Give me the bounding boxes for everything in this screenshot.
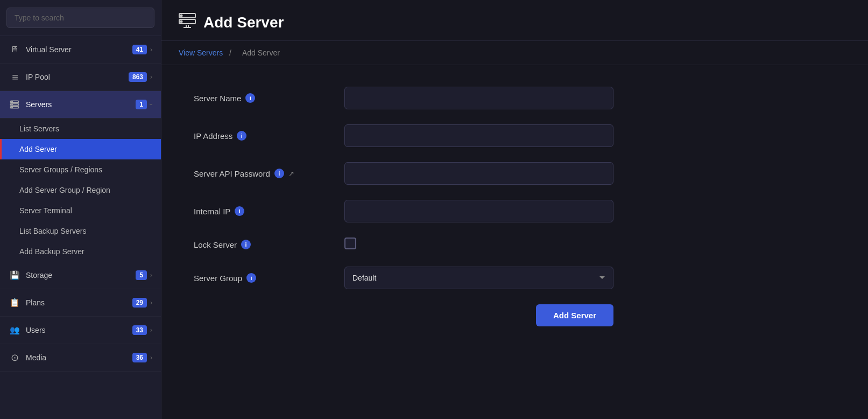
add-server-button[interactable]: Add Server xyxy=(536,304,613,326)
sidebar-subitem-list-servers[interactable]: List Servers xyxy=(0,118,161,139)
main-content: Add Server View Servers / Add Server Ser… xyxy=(161,0,868,419)
sidebar-subitem-server-terminal[interactable]: Server Terminal xyxy=(0,200,161,221)
checkbox-lock-server[interactable] xyxy=(344,238,356,249)
search-input[interactable] xyxy=(6,8,154,28)
form-row-server-name: Server Name i xyxy=(194,87,667,109)
sidebar-item-plans[interactable]: Plans 29 › xyxy=(0,289,161,317)
label-internal-ip: Internal IP i xyxy=(194,206,344,216)
virtual-server-label: Virtual Server xyxy=(26,45,132,54)
users-icon xyxy=(9,324,20,336)
ip-pool-label: IP Pool xyxy=(26,73,129,81)
sidebar-item-storage[interactable]: Storage 5 › xyxy=(0,262,161,289)
sidebar-item-virtual-server[interactable]: Virtual Server 41 › xyxy=(0,36,161,64)
form-row-server-group: Server Group i Default xyxy=(194,267,667,289)
media-icon xyxy=(9,352,20,364)
media-badge: 36 xyxy=(132,353,147,362)
virtual-server-icon xyxy=(9,44,20,55)
label-server-name: Server Name i xyxy=(194,93,344,103)
input-server-api-password[interactable] xyxy=(344,162,613,185)
input-ip-address[interactable] xyxy=(344,124,613,147)
media-chevron: › xyxy=(150,354,152,361)
servers-badge: 1 xyxy=(136,100,147,109)
svg-point-5 xyxy=(12,107,13,108)
label-lock-server: Lock Server i xyxy=(194,240,344,249)
svg-point-4 xyxy=(12,104,13,105)
storage-label: Storage xyxy=(26,271,136,280)
add-server-form: Server Name i IP Address i Server API Pa… xyxy=(161,65,700,348)
page-header: Add Server xyxy=(161,0,868,41)
field-server-api-password xyxy=(344,162,667,185)
servers-icon xyxy=(9,99,20,110)
plans-badge: 29 xyxy=(132,298,147,308)
servers-label: Servers xyxy=(26,100,136,109)
info-icon-lock-server[interactable]: i xyxy=(241,240,251,249)
sidebar-subitem-add-server[interactable]: Add Server xyxy=(0,139,161,159)
input-internal-ip[interactable] xyxy=(344,200,613,222)
media-label: Media xyxy=(26,353,132,362)
ip-pool-chevron: › xyxy=(150,73,152,81)
plans-icon xyxy=(9,297,20,309)
breadcrumb-link[interactable]: View Servers xyxy=(179,48,223,57)
breadcrumb-current: Add Server xyxy=(242,48,280,57)
sidebar-subitem-list-backup-servers[interactable]: List Backup Servers xyxy=(0,221,161,241)
field-ip-address xyxy=(344,124,667,147)
svg-point-9 xyxy=(181,21,182,23)
ext-link-icon-api-password[interactable]: ↗ xyxy=(288,170,294,178)
svg-point-8 xyxy=(181,15,182,17)
storage-badge: 5 xyxy=(136,270,147,280)
servers-chevron: › xyxy=(147,103,155,106)
sidebar-item-ip-pool[interactable]: IP Pool 863 › xyxy=(0,64,161,91)
virtual-server-badge: 41 xyxy=(132,45,147,54)
field-server-group: Default xyxy=(344,267,667,289)
info-icon-server-group[interactable]: i xyxy=(246,273,256,283)
field-internal-ip xyxy=(344,200,667,222)
info-icon-server-name[interactable]: i xyxy=(245,93,255,103)
info-icon-server-api-password[interactable]: i xyxy=(274,169,284,178)
form-actions: Add Server xyxy=(194,304,613,326)
label-server-api-password: Server API Password i ↗ xyxy=(194,169,344,178)
page-header-icon xyxy=(179,13,196,32)
breadcrumb: View Servers / Add Server xyxy=(161,41,868,65)
label-server-group: Server Group i xyxy=(194,273,344,283)
storage-chevron: › xyxy=(150,271,152,279)
sidebar-subitem-server-groups-regions[interactable]: Server Groups / Regions xyxy=(0,159,161,180)
users-badge: 33 xyxy=(132,325,147,335)
plans-chevron: › xyxy=(150,299,152,306)
sidebar-subitem-add-server-group-region[interactable]: Add Server Group / Region xyxy=(0,180,161,200)
page-title: Add Server xyxy=(203,14,284,31)
label-ip-address: IP Address i xyxy=(194,131,344,141)
svg-point-3 xyxy=(12,101,13,102)
form-row-ip-address: IP Address i xyxy=(194,124,667,147)
sidebar-item-users[interactable]: Users 33 › xyxy=(0,317,161,344)
form-row-lock-server: Lock Server i xyxy=(194,238,667,252)
ip-pool-icon xyxy=(9,71,20,83)
select-server-group[interactable]: Default xyxy=(344,267,613,289)
users-chevron: › xyxy=(150,326,152,334)
sidebar-item-media[interactable]: Media 36 › xyxy=(0,344,161,372)
plans-label: Plans xyxy=(26,298,132,307)
storage-icon xyxy=(9,269,20,281)
breadcrumb-separator: / xyxy=(229,48,234,57)
search-container xyxy=(0,0,161,36)
form-row-server-api-password: Server API Password i ↗ xyxy=(194,162,667,185)
virtual-server-chevron: › xyxy=(150,46,152,53)
field-lock-server xyxy=(344,238,667,252)
input-server-name[interactable] xyxy=(344,87,613,109)
sidebar-subitem-add-backup-server[interactable]: Add Backup Server xyxy=(0,241,161,262)
field-server-name xyxy=(344,87,667,109)
form-row-internal-ip: Internal IP i xyxy=(194,200,667,222)
sidebar-item-servers[interactable]: Servers 1 › xyxy=(0,91,161,118)
ip-pool-badge: 863 xyxy=(129,72,147,82)
sidebar: Virtual Server 41 › IP Pool 863 › Server… xyxy=(0,0,161,419)
users-label: Users xyxy=(26,326,132,334)
info-icon-ip-address[interactable]: i xyxy=(237,131,246,141)
info-icon-internal-ip[interactable]: i xyxy=(235,206,244,216)
